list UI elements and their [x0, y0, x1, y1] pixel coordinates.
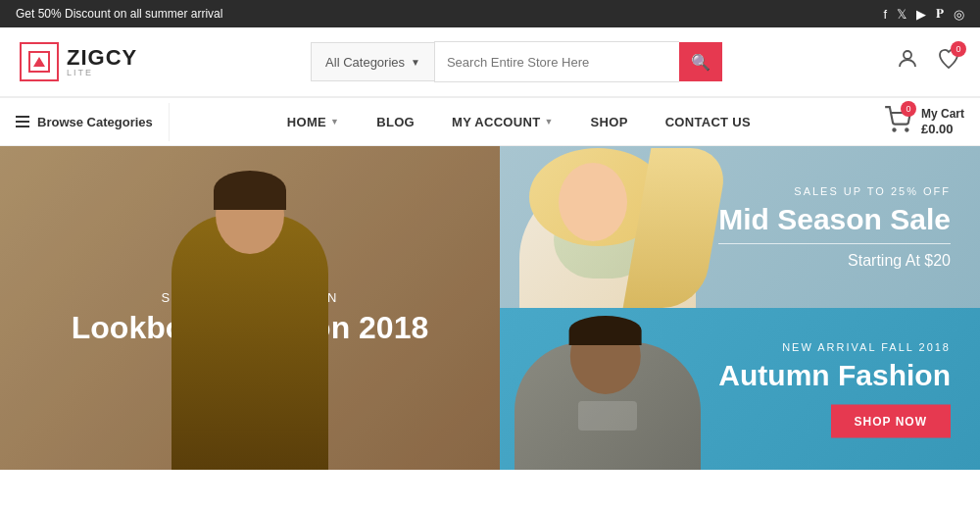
- category-dropdown[interactable]: All Categories ▼: [311, 42, 434, 81]
- hero-right-panel: SALES UP TO 25% OFF Mid Season Sale Star…: [500, 146, 980, 470]
- cart-price: £0.00: [921, 122, 964, 136]
- cart-icon-wrap: 0: [884, 106, 911, 137]
- header: ZIGCY LITE All Categories ▼ 🔍 0: [0, 27, 980, 97]
- nav-shop[interactable]: SHOP: [575, 102, 644, 142]
- nav-items: HOME ▼ BLOG MY ACCOUNT ▼ SHOP CONTACT US: [170, 102, 868, 142]
- hero-right-bottom-content: NEW ARRIVAL FALL 2018 Autumn Fashion SHO…: [718, 340, 951, 437]
- account-icon[interactable]: [896, 47, 919, 76]
- logo-box-inner: [28, 51, 50, 73]
- search-button[interactable]: 🔍: [679, 42, 722, 81]
- logo[interactable]: ZIGCY LITE: [20, 42, 137, 81]
- svg-point-1: [893, 128, 895, 130]
- search-input[interactable]: [435, 42, 679, 81]
- nav-home[interactable]: HOME ▼: [271, 102, 355, 142]
- wishlist-icon[interactable]: 0: [937, 47, 960, 76]
- svg-point-2: [906, 128, 907, 130]
- hero-bottom-title: Autumn Fashion: [718, 358, 951, 390]
- twitter-icon[interactable]: 𝕏: [897, 7, 906, 22]
- logo-box: [20, 42, 59, 81]
- hero-right-top-content: SALES UP TO 25% OFF Mid Season Sale Star…: [718, 185, 951, 270]
- browse-categories[interactable]: Browse Categories: [0, 103, 170, 141]
- browse-categories-label: Browse Categories: [37, 115, 153, 129]
- hero-right-top: SALES UP TO 25% OFF Mid Season Sale Star…: [500, 146, 980, 308]
- search-input-wrap: [434, 41, 679, 82]
- nav-blog[interactable]: BLOG: [361, 102, 430, 142]
- nav-shop-label: SHOP: [591, 115, 628, 129]
- logo-arrow-icon: [33, 57, 45, 67]
- nav-account-label: MY ACCOUNT: [452, 115, 540, 129]
- hero-bottom-cta-button[interactable]: SHOP NOW: [831, 404, 951, 437]
- svg-point-0: [904, 51, 911, 59]
- chevron-down-icon: ▼: [330, 117, 339, 127]
- hero-top-title: Mid Season Sale: [718, 203, 951, 235]
- promo-text: Get 50% Discount on all summer arrival: [16, 7, 222, 21]
- cart-count: 0: [901, 101, 916, 117]
- main-navigation: Browse Categories HOME ▼ BLOG MY ACCOUNT…: [0, 97, 980, 146]
- hero-bottom-badge: NEW ARRIVAL FALL 2018: [718, 340, 951, 352]
- hero-section: STREET LIFE FASHION Lookbook Fashion 201…: [0, 146, 980, 470]
- facebook-icon[interactable]: f: [883, 7, 887, 22]
- hamburger-icon: [16, 116, 29, 127]
- cart-info: My Cart £0.00: [921, 107, 964, 137]
- search-icon: 🔍: [691, 53, 710, 72]
- logo-text: ZIGCY LITE: [67, 47, 137, 77]
- nav-blog-label: BLOG: [376, 115, 415, 129]
- logo-sub: LITE: [67, 69, 137, 77]
- chevron-down-icon: ▼: [411, 57, 420, 68]
- wishlist-count: 0: [951, 41, 966, 57]
- nav-contact-label: CONTACT US: [665, 115, 751, 129]
- youtube-icon[interactable]: ▶: [916, 7, 926, 22]
- social-links: f 𝕏 ▶ 𝐏 ◎: [883, 6, 964, 22]
- hero-top-divider: [718, 243, 951, 244]
- nav-home-label: HOME: [287, 115, 326, 129]
- pinterest-icon[interactable]: 𝐏: [936, 6, 944, 22]
- cart-label: My Cart: [921, 107, 964, 123]
- cart-area[interactable]: 0 My Cart £0.00: [868, 98, 980, 145]
- logo-name: ZIGCY: [67, 47, 137, 69]
- hero-top-price: Starting At $20: [718, 252, 951, 270]
- header-icons: 0: [896, 47, 960, 76]
- top-bar: Get 50% Discount on all summer arrival f…: [0, 0, 980, 27]
- hero-left-panel: STREET LIFE FASHION Lookbook Fashion 201…: [0, 146, 500, 470]
- instagram-icon[interactable]: ◎: [954, 7, 964, 22]
- nav-contact[interactable]: CONTACT US: [650, 102, 766, 142]
- chevron-down-icon: ▼: [544, 117, 553, 127]
- category-label: All Categories: [325, 55, 405, 70]
- hero-top-badge: SALES UP TO 25% OFF: [718, 185, 951, 197]
- search-area: All Categories ▼ 🔍: [311, 41, 722, 82]
- hero-right-bottom: NEW ARRIVAL FALL 2018 Autumn Fashion SHO…: [500, 308, 980, 470]
- nav-my-account[interactable]: MY ACCOUNT ▼: [436, 102, 569, 142]
